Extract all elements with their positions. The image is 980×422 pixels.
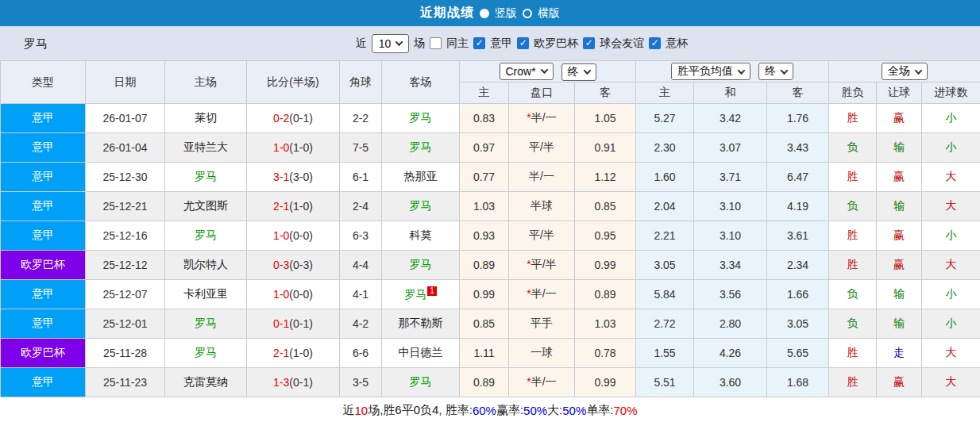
- avg-home: 3.05: [636, 251, 694, 280]
- horizontal-layout-label[interactable]: 横版: [538, 6, 560, 21]
- match-count-select[interactable]: 10: [372, 34, 410, 53]
- avg-type-value: 胜平负均值: [677, 64, 733, 79]
- results-tbody: 意甲26-01-07莱切0-2(0-1)2-2罗马0.83*半/一1.055.2…: [1, 104, 980, 397]
- league-badge: 意甲: [1, 104, 86, 133]
- handicap-line: *半/一: [509, 368, 575, 397]
- team-name: 罗马: [195, 170, 217, 182]
- league-checkbox-coppa[interactable]: ✓: [649, 37, 661, 49]
- odds-time-value: 终: [568, 65, 579, 79]
- handicap-line: 平/半: [509, 133, 575, 163]
- home-team: 罗马: [165, 309, 247, 339]
- league-checkbox-serie-a[interactable]: ✓: [473, 37, 485, 49]
- fulltime-score: 1-0: [273, 141, 289, 154]
- league-label-serie-a[interactable]: 意甲: [490, 36, 512, 51]
- filterbar: 罗马 近 10 场 ✓ 同主 ✓ 意甲 ✓ 欧罗巴杯 ✓ 球会友谊 ✓ 意杯: [0, 26, 980, 60]
- goals-result: 小: [922, 104, 980, 133]
- vertical-layout-label[interactable]: 竖版: [495, 6, 517, 21]
- team-name-label: 罗马: [24, 26, 48, 60]
- col-header-type: 类型: [1, 61, 86, 104]
- home-team: 凯尔特人: [165, 251, 247, 280]
- fulltime-score: 2-1: [273, 200, 289, 213]
- avg-home: 5.27: [636, 104, 694, 133]
- corner-score: 2-4: [340, 192, 382, 221]
- chevron-down-icon: [540, 66, 548, 74]
- handicap-result: 赢: [877, 221, 922, 251]
- league-checkbox-friendly[interactable]: ✓: [583, 37, 595, 49]
- handicap-line: 半/一: [509, 163, 575, 192]
- corner-score: 7-5: [340, 133, 382, 163]
- score-cell: 2-1(1-0): [247, 339, 340, 368]
- sub-header-odds-home: 主: [460, 82, 509, 104]
- summary-segment: 赢率:: [496, 403, 523, 418]
- league-label-europa[interactable]: 欧罗巴杯: [534, 36, 578, 51]
- chevron-down-icon: [915, 67, 923, 75]
- team-name: 罗马: [410, 258, 432, 270]
- score-cell: 0-1(0-1): [247, 309, 340, 339]
- match-date: 25-11-23: [86, 368, 165, 397]
- avg-draw: 3.42: [694, 104, 767, 133]
- summary-footer: 近10场,胜6平0负4, 胜率:60% 赢率:50% 大:50% 单率:70%: [0, 397, 980, 422]
- scope-select[interactable]: 全场: [882, 63, 928, 80]
- near-label: 近: [356, 36, 367, 51]
- home-team: 罗马: [165, 163, 247, 192]
- score-cell: 0-2(0-1): [247, 104, 340, 133]
- same-home-label[interactable]: 同主: [446, 36, 469, 51]
- goals-result: 大: [922, 368, 980, 397]
- away-team: 罗马: [382, 104, 460, 133]
- fulltime-score: 2-1: [273, 347, 289, 359]
- summary-segment: 近: [342, 403, 354, 418]
- league-label-friendly[interactable]: 球会友谊: [600, 36, 644, 51]
- odds-company-select[interactable]: Crow*: [500, 63, 554, 80]
- halftime-score: (3-0): [289, 171, 313, 183]
- league-label-coppa[interactable]: 意杯: [666, 36, 688, 51]
- odds-time-select[interactable]: 终: [561, 63, 596, 81]
- league-checkbox-europa[interactable]: ✓: [517, 37, 529, 49]
- avg-time-select[interactable]: 终: [758, 63, 793, 80]
- odds-away: 0.95: [575, 221, 636, 251]
- avg-home: 5.51: [636, 368, 694, 397]
- match-date: 25-12-21: [86, 192, 165, 221]
- corner-score: 6-1: [340, 163, 382, 192]
- match-date: 26-01-07: [86, 104, 165, 133]
- fulltime-score: 1-3: [273, 376, 289, 389]
- odds-away: 0.89: [575, 280, 636, 309]
- team-name: 罗马: [410, 375, 432, 388]
- team-name: 罗马: [195, 228, 217, 241]
- home-team: 罗马: [165, 339, 247, 368]
- avg-away: 4.19: [767, 192, 829, 221]
- match-date: 26-01-04: [86, 133, 165, 163]
- odds-home: 0.97: [460, 133, 509, 163]
- league-badge: 意甲: [1, 133, 86, 163]
- odds-away: 0.99: [575, 251, 636, 280]
- avg-home: 1.60: [636, 163, 694, 192]
- vertical-layout-radio[interactable]: [480, 9, 489, 18]
- match-date: 25-12-30: [86, 163, 165, 192]
- avg-draw: 3.10: [694, 221, 767, 251]
- handicap-line: 半球: [509, 192, 575, 221]
- halftime-score: (0-1): [289, 317, 313, 330]
- avg-type-select[interactable]: 胜平负均值: [671, 63, 750, 80]
- odds-home: 1.11: [460, 339, 509, 368]
- score-cell: 3-1(3-0): [247, 163, 340, 192]
- col-header-home: 主场: [165, 61, 247, 104]
- same-home-checkbox[interactable]: ✓: [430, 37, 442, 49]
- match-result: 负: [829, 309, 877, 339]
- home-team: 莱切: [165, 104, 247, 133]
- col-header-score: 比分(半场): [247, 61, 340, 104]
- avg-home: 2.72: [636, 309, 694, 339]
- handicap-line: *半/一: [509, 104, 575, 133]
- horizontal-layout-radio[interactable]: [523, 9, 532, 18]
- score-cell: 1-0(1-0): [247, 133, 340, 163]
- halftime-score: (1-0): [289, 347, 313, 359]
- summary-segment: 70%: [613, 404, 637, 417]
- league-badge: 欧罗巴杯: [1, 251, 86, 280]
- odds-home: 0.93: [460, 221, 509, 251]
- avg-away: 1.76: [767, 104, 829, 133]
- match-row: 欧罗巴杯25-11-28罗马2-1(1-0)6-6中日德兰1.11一球0.781…: [1, 339, 980, 368]
- goals-result: 大: [922, 163, 980, 192]
- match-result: 胜: [829, 221, 877, 251]
- away-team: 那不勒斯: [382, 309, 460, 339]
- summary-segment: 50%: [562, 404, 586, 417]
- games-label: 场: [414, 36, 425, 51]
- halftime-score: (0-0): [289, 288, 313, 301]
